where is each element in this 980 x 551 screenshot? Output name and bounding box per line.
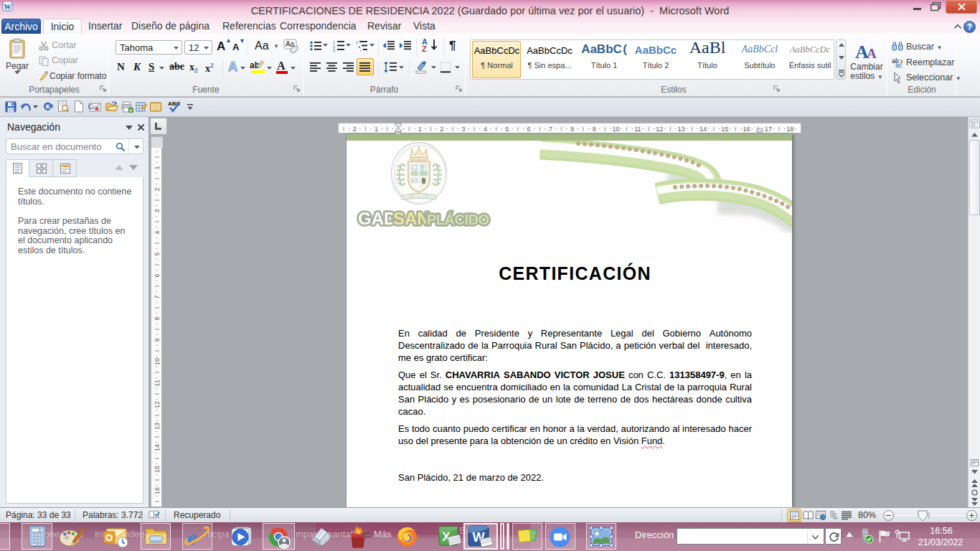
svg-text:1: 1 xyxy=(154,166,161,169)
svg-text:A: A xyxy=(867,46,877,61)
svg-text:7: 7 xyxy=(154,295,161,298)
svg-text:PLÁCIDO: PLÁCIDO xyxy=(427,212,489,227)
svg-text:SAN: SAN xyxy=(393,209,430,228)
svg-text:9: 9 xyxy=(154,338,161,342)
svg-text:6: 6 xyxy=(154,273,161,277)
svg-text:4: 4 xyxy=(154,230,161,234)
svg-text:8: 8 xyxy=(154,316,161,320)
svg-text:15: 15 xyxy=(154,466,161,473)
svg-text:i: i xyxy=(360,48,361,52)
svg-text:5: 5 xyxy=(154,252,161,255)
svg-text:13: 13 xyxy=(154,423,161,430)
svg-text:12: 12 xyxy=(154,401,161,408)
svg-text:O: O xyxy=(105,532,113,543)
svg-text:3: 3 xyxy=(154,209,161,212)
svg-text:14: 14 xyxy=(154,444,161,451)
svg-text:10: 10 xyxy=(154,358,161,365)
svg-text:e: e xyxy=(187,525,197,549)
svg-text:GAD: GAD xyxy=(358,209,396,228)
svg-text:11: 11 xyxy=(154,380,161,386)
svg-text:3: 3 xyxy=(333,48,335,52)
svg-text:2: 2 xyxy=(154,187,161,191)
svg-text:0: 0 xyxy=(39,529,41,533)
svg-text:16: 16 xyxy=(154,487,161,494)
